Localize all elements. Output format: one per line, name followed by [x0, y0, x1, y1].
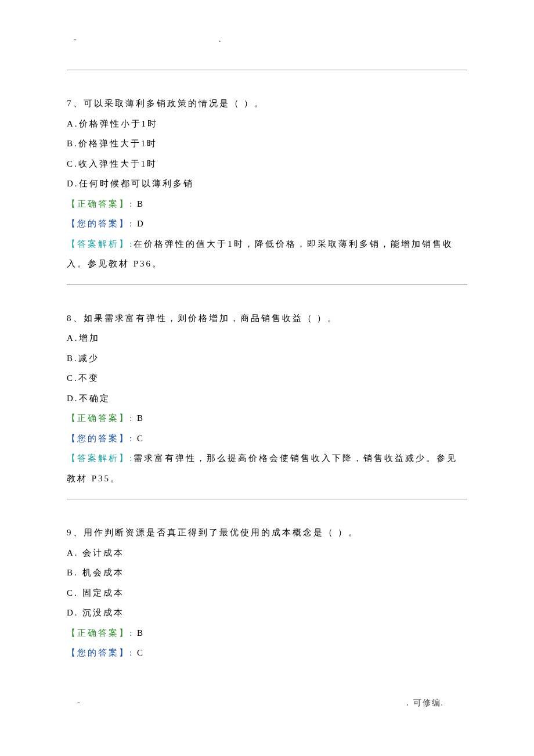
option-b: B.减少	[67, 348, 467, 369]
top-dot-mark: .	[219, 35, 221, 44]
your-answer-value: C	[134, 434, 144, 443]
top-dash-mark: -	[74, 35, 77, 44]
question-number: 8、	[67, 314, 84, 323]
question-number: 9、	[67, 528, 84, 537]
question-text: 用作判断资源是否真正得到了最优使用的成本概念是（ ）。	[84, 528, 359, 537]
option-a: A.价格弹性小于1时	[67, 114, 467, 134]
option-a: A.增加	[67, 328, 467, 348]
option-c: C.收入弹性大于1时	[67, 154, 467, 174]
correct-answer-line: 【正确答案】: B	[67, 408, 467, 429]
page-footer: - . 可修编.	[67, 698, 467, 712]
your-answer-value: D	[134, 219, 145, 228]
correct-answer-line: 【正确答案】: B	[67, 623, 467, 643]
correct-answer-label: 【正确答案】:	[67, 628, 134, 638]
separator	[67, 285, 467, 285]
question-number: 7、	[67, 99, 84, 108]
question-stem: 7、可以采取薄利多销政策的情况是（ ）。	[67, 93, 467, 114]
option-a: A. 会计成本	[67, 543, 467, 563]
correct-answer-value: B	[134, 413, 144, 423]
your-answer-label: 【您的答案】:	[67, 648, 134, 657]
analysis-label: 【答案解析】:	[67, 239, 134, 249]
option-d: D. 沉没成本	[67, 603, 467, 623]
analysis-line: 【答案解析】:在价格弹性的值大于1时，降低价格，即采取薄利多销，能增加销售收入。…	[67, 234, 467, 274]
question-block: 7、可以采取薄利多销政策的情况是（ ）。 A.价格弹性小于1时 B.价格弹性大于…	[67, 93, 467, 274]
your-answer-line: 【您的答案】: C	[67, 643, 467, 663]
separator	[67, 70, 467, 70]
your-answer-value: C	[134, 648, 144, 657]
analysis-line: 【答案解析】:需求富有弹性，那么提高价格会使销售收入下降，销售收益减少。参见教材…	[67, 448, 467, 488]
question-stem: 8、如果需求富有弹性，则价格增加，商品销售收益（ ）。	[67, 308, 467, 329]
option-b: B. 机会成本	[67, 563, 467, 583]
correct-answer-value: B	[134, 628, 144, 638]
top-marks: - .	[67, 35, 467, 46]
question-text: 可以采取薄利多销政策的情况是（ ）。	[84, 99, 265, 108]
option-c: C.不变	[67, 368, 467, 388]
separator	[67, 499, 467, 499]
your-answer-label: 【您的答案】:	[67, 219, 134, 228]
option-d: D.不确定	[67, 388, 467, 409]
your-answer-line: 【您的答案】: C	[67, 429, 467, 449]
analysis-label: 【答案解析】:	[67, 453, 134, 463]
question-block: 8、如果需求富有弹性，则价格增加，商品销售收益（ ）。 A.增加 B.减少 C.…	[67, 308, 467, 489]
option-b: B.价格弹性大于1时	[67, 134, 467, 154]
correct-answer-value: B	[134, 199, 144, 208]
footer-editable-text: . 可修编.	[407, 698, 445, 708]
correct-answer-label: 【正确答案】:	[67, 413, 134, 423]
option-d: D.任何时候都可以薄利多销	[67, 174, 467, 194]
footer-dash-mark: -	[77, 698, 80, 707]
question-stem: 9、用作判断资源是否真正得到了最优使用的成本概念是（ ）。	[67, 523, 467, 543]
correct-answer-line: 【正确答案】: B	[67, 194, 467, 214]
your-answer-label: 【您的答案】:	[67, 434, 134, 443]
question-block: 9、用作判断资源是否真正得到了最优使用的成本概念是（ ）。 A. 会计成本 B.…	[67, 523, 467, 663]
your-answer-line: 【您的答案】: D	[67, 214, 467, 234]
document-page: - . 7、可以采取薄利多销政策的情况是（ ）。 A.价格弹性小于1时 B.价格…	[0, 0, 534, 735]
question-text: 如果需求富有弹性，则价格增加，商品销售收益（ ）。	[84, 314, 338, 323]
correct-answer-label: 【正确答案】:	[67, 199, 134, 208]
option-c: C. 固定成本	[67, 583, 467, 603]
